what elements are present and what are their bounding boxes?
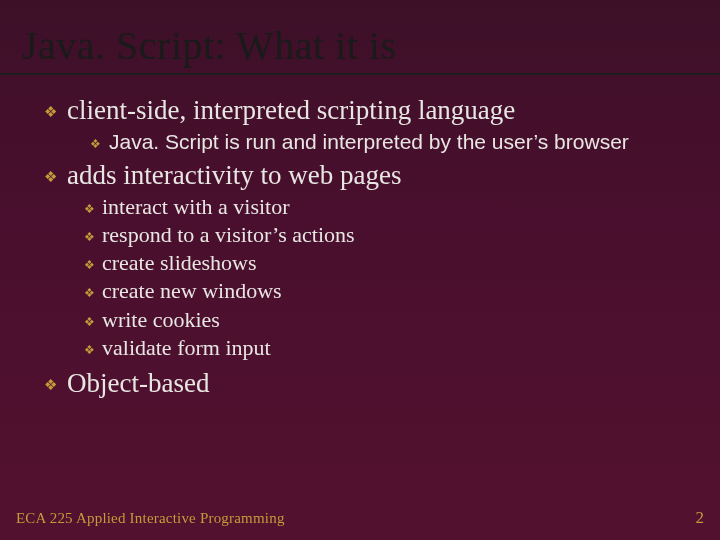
- diamond-icon: ❖: [84, 202, 95, 217]
- diamond-icon: ❖: [84, 230, 95, 245]
- bullet-level2: ❖ validate form input: [84, 334, 690, 362]
- bullet-text: create new windows: [102, 277, 282, 305]
- bullet-level2: ❖ create slideshows: [84, 249, 690, 277]
- diamond-icon: ❖: [84, 258, 95, 273]
- bullet-text: create slideshows: [102, 249, 257, 277]
- diamond-icon: ❖: [44, 103, 57, 121]
- bullet-level2: ❖ interact with a visitor: [84, 193, 690, 221]
- bullet-level2: ❖ create new windows: [84, 277, 690, 305]
- bullet-level2: ❖ Java. Script is run and interpreted by…: [90, 130, 690, 154]
- sublist: ❖ Java. Script is run and interpreted by…: [90, 130, 690, 154]
- footer-course: ECA 225 Applied Interactive Programming: [16, 510, 285, 527]
- bullet-text: interact with a visitor: [102, 193, 290, 221]
- bullet-text: Java. Script is run and interpreted by t…: [109, 130, 629, 154]
- diamond-icon: ❖: [44, 376, 57, 394]
- sublist: ❖ interact with a visitor ❖ respond to a…: [84, 193, 690, 362]
- bullet-text: respond to a visitor’s actions: [102, 221, 355, 249]
- slide-footer: ECA 225 Applied Interactive Programming …: [16, 508, 704, 528]
- bullet-level2: ❖ write cookies: [84, 306, 690, 334]
- bullet-level1: ❖ adds interactivity to web pages: [44, 160, 690, 191]
- bullet-level2: ❖ respond to a visitor’s actions: [84, 221, 690, 249]
- diamond-icon: ❖: [84, 286, 95, 301]
- diamond-icon: ❖: [84, 315, 95, 330]
- slide-body: ❖ client-side, interpreted scripting lan…: [0, 75, 720, 399]
- bullet-level1: ❖ Object-based: [44, 368, 690, 399]
- bullet-text: client-side, interpreted scripting langu…: [67, 95, 515, 126]
- diamond-icon: ❖: [84, 343, 95, 358]
- bullet-text: adds interactivity to web pages: [67, 160, 401, 191]
- diamond-icon: ❖: [44, 168, 57, 186]
- slide-title: Java. Script: What it is: [0, 0, 720, 73]
- footer-page-number: 2: [696, 508, 705, 528]
- bullet-text: validate form input: [102, 334, 271, 362]
- diamond-icon: ❖: [90, 137, 101, 152]
- bullet-text: write cookies: [102, 306, 220, 334]
- bullet-level1: ❖ client-side, interpreted scripting lan…: [44, 95, 690, 126]
- bullet-text: Object-based: [67, 368, 209, 399]
